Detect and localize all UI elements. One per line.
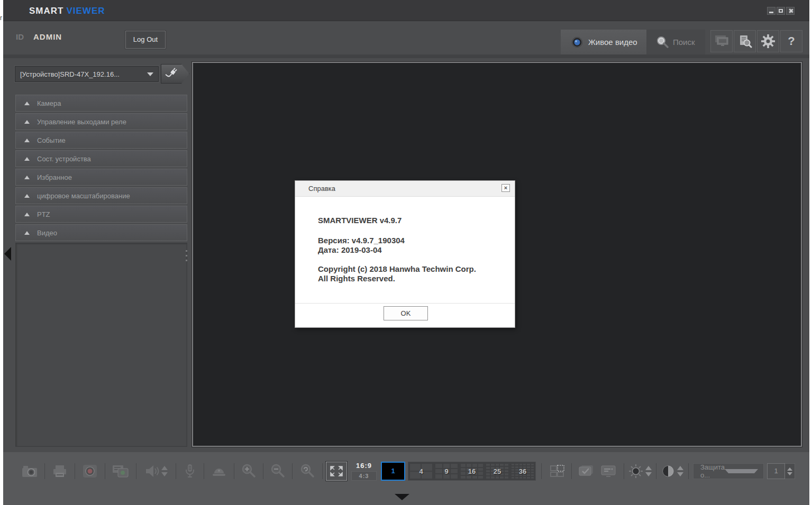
brightness-control[interactable]	[627, 464, 653, 479]
dual-monitor-icon	[714, 34, 729, 48]
layout-36-label: 36	[510, 462, 535, 480]
header-bar: ID ADMIN Log Out Живое видео Поиск	[3, 22, 809, 58]
zoom-out-button[interactable]	[267, 464, 289, 479]
sidebar-splitter[interactable]	[186, 250, 187, 264]
search-icon	[656, 36, 669, 49]
fullscreen-button[interactable]	[326, 462, 347, 481]
alarm-button[interactable]	[207, 465, 231, 478]
aspect-ratio-toggle[interactable]: 16:9 4:3	[351, 462, 377, 481]
layout-16-label: 16	[459, 462, 485, 480]
layout-36-button[interactable]: 36	[510, 462, 535, 480]
brightness-icon	[628, 464, 643, 479]
snapshot-button[interactable]	[18, 464, 41, 478]
accordion-video[interactable]: Видео	[15, 224, 187, 241]
accordion-device-status[interactable]: Сост. устройства	[15, 150, 187, 167]
volume-arrows-icon[interactable]	[161, 466, 168, 476]
collapse-triangle-icon	[24, 139, 30, 142]
layout-25-button[interactable]: 25	[485, 462, 510, 480]
username: ADMIN	[33, 32, 62, 41]
layout-16-button[interactable]: 16	[459, 462, 485, 480]
version-line: Версия: v4.9.7_190304	[318, 236, 476, 245]
aspect-wide-label[interactable]: 16:9	[351, 462, 377, 470]
accordion-device-status-label: Сост. устройства	[37, 155, 91, 163]
toolbar-collapse-arrow[interactable]	[395, 494, 409, 500]
log-search-button[interactable]	[734, 30, 756, 52]
sidebar-collapse-arrow[interactable]	[4, 247, 11, 261]
accordion-camera[interactable]: Камера	[15, 95, 187, 112]
sequence-icon	[577, 464, 594, 478]
sidebar-accordion: Камера Управление выходами реле Событие …	[15, 95, 187, 243]
minimize-button[interactable]	[767, 7, 775, 15]
tab-live-video-label: Живое видео	[588, 38, 637, 47]
accordion-relay-outputs[interactable]: Управление выходами реле	[15, 113, 187, 130]
privacy-dropdown[interactable]: Защита о...	[693, 463, 764, 479]
instant-viewer-button[interactable]	[108, 464, 133, 479]
collapse-triangle-icon	[24, 157, 30, 161]
smartviewer-window: SMARTVIEWER ID ADMIN Log Out Живое видео	[3, 0, 809, 505]
help-icon: ?	[788, 34, 795, 48]
id-label: ID	[16, 32, 24, 41]
zoom-in-button[interactable]	[238, 464, 260, 479]
contrast-arrows-icon[interactable]	[677, 466, 683, 476]
layout-4-button[interactable]: 4	[408, 462, 434, 480]
connect-button[interactable]	[161, 64, 189, 84]
layout-4-label: 4	[408, 462, 434, 480]
date-line: Дата: 2019-03-04	[318, 245, 476, 255]
contrast-control[interactable]	[660, 464, 685, 478]
multi-monitor-button[interactable]	[710, 30, 733, 52]
accordion-favorites-label: Избранное	[37, 173, 72, 181]
contrast-icon	[661, 464, 675, 478]
maximize-icon	[779, 9, 783, 13]
collapse-triangle-icon	[24, 120, 30, 124]
about-dialog: Справка × SMARTVIEWER v4.9.7 Версия: v4.…	[295, 180, 515, 328]
accordion-favorites[interactable]: Избранное	[15, 169, 187, 186]
osd-button[interactable]	[596, 464, 621, 478]
layout-9-button[interactable]: 9	[434, 462, 459, 480]
tab-search[interactable]: Поиск	[646, 30, 705, 54]
plug-icon	[163, 67, 181, 81]
chevron-down-icon	[725, 469, 758, 473]
zoom-reset-icon	[300, 464, 315, 479]
live-video-icon	[571, 36, 583, 48]
tab-live-video[interactable]: Живое видео	[561, 30, 646, 54]
device-selector[interactable]: [Устройство]SRD-47X_192.16...	[15, 66, 159, 82]
print-button[interactable]	[48, 464, 71, 478]
collapse-triangle-icon	[24, 213, 30, 216]
maximize-button[interactable]	[777, 7, 785, 15]
audio-volume-control[interactable]	[140, 464, 172, 478]
bottom-toolbar: 16:9 4:3 1 4 9 16 25 36	[3, 452, 809, 505]
accordion-relay-outputs-label: Управление выходами реле	[37, 118, 126, 126]
layout-25-label: 25	[485, 462, 510, 480]
accordion-event[interactable]: Событие	[15, 132, 187, 149]
logout-button[interactable]: Log Out	[125, 31, 166, 49]
printer-icon	[52, 464, 68, 478]
aspect-standard-button[interactable]: 4:3	[351, 471, 377, 481]
brightness-arrows-icon[interactable]	[645, 466, 652, 476]
record-icon	[83, 464, 97, 478]
brand-smart: SMART	[29, 6, 63, 16]
zoom-reset-button[interactable]	[296, 464, 319, 479]
product-name: SMARTVIEWER v4.9.7	[318, 216, 476, 225]
microphone-icon	[184, 464, 196, 479]
app-logo: SMARTVIEWER	[29, 6, 105, 16]
setup-button[interactable]	[757, 30, 779, 52]
ok-button[interactable]: OK	[384, 306, 428, 320]
microphone-button[interactable]	[179, 464, 200, 479]
close-button[interactable]	[786, 7, 795, 15]
collapse-triangle-icon	[24, 194, 30, 198]
collapse-triangle-icon	[24, 176, 30, 179]
layout-1-button[interactable]: 1	[381, 462, 405, 481]
sequence-button[interactable]	[575, 464, 596, 478]
privacy-dropdown-value: Защита о...	[694, 463, 725, 479]
page-spinner-arrows[interactable]	[785, 463, 795, 479]
device-selector-value: [Устройство]SRD-47X_192.16...	[15, 70, 147, 78]
accordion-digital-zoom[interactable]: цифровое масштабирование	[15, 187, 187, 204]
dialog-close-button[interactable]: ×	[501, 184, 510, 192]
accordion-video-panel	[15, 243, 187, 447]
accordion-ptz[interactable]: PTZ	[15, 206, 187, 223]
single-screen-button[interactable]	[547, 464, 568, 478]
instant-record-icon	[112, 464, 129, 479]
help-button[interactable]: ?	[780, 30, 802, 52]
copyright-line1: Copyright (c) 2018 Hanwha Techwin Corp.	[318, 264, 476, 274]
record-button[interactable]	[78, 464, 102, 478]
